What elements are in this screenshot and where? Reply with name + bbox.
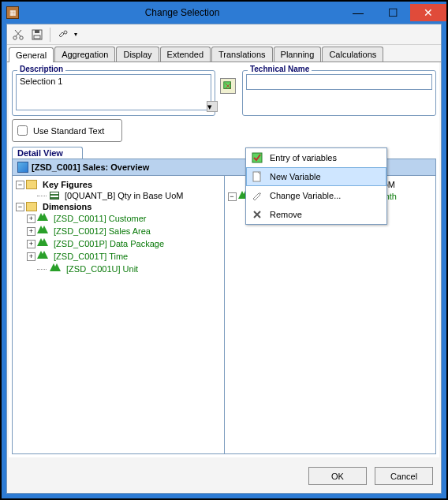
tree-item[interactable]: [ZSD_C001U] Unit — [66, 264, 138, 274]
folder-icon — [26, 180, 37, 189]
expand-icon[interactable]: − — [228, 192, 237, 201]
tab-general[interactable]: General — [9, 47, 54, 62]
folder-icon — [26, 202, 37, 211]
svg-point-7 — [64, 31, 67, 34]
entry-variables-icon — [251, 151, 263, 164]
dimension-icon — [37, 213, 48, 224]
technical-name-label: Technical Name — [248, 65, 312, 73]
tab-calculations[interactable]: Calculations — [322, 47, 383, 62]
detail-view-label: Detail View — [12, 147, 83, 159]
menu-label: Entry of variables — [270, 153, 337, 162]
keyfigure-icon — [50, 192, 59, 200]
toolbar: ▾ — [7, 24, 441, 45]
technical-name-input[interactable] — [246, 74, 432, 90]
tab-translations[interactable]: Translations — [211, 47, 273, 62]
cube-icon — [17, 162, 28, 173]
expand-icon[interactable]: + — [27, 240, 35, 248]
menu-label: Remove — [270, 210, 302, 219]
svg-line-2 — [16, 30, 21, 36]
dimension-icon — [50, 263, 61, 274]
use-standard-text-checkbox[interactable]: Use Standard Text — [12, 119, 122, 142]
maximize-button[interactable]: ☐ — [375, 4, 410, 21]
menu-label: New Variable — [270, 172, 321, 181]
use-standard-text-box[interactable] — [17, 125, 28, 136]
source-tree[interactable]: − Key Figures [0QUANT_B] Qty in Base UoM… — [13, 176, 225, 453]
tab-extended[interactable]: Extended — [160, 47, 211, 62]
tree-item[interactable]: [ZSD_C001T] Time — [54, 252, 128, 261]
tree-item[interactable]: [ZSD_C0011] Customer — [54, 214, 146, 223]
svg-point-0 — [13, 35, 17, 39]
use-standard-text-label: Use Standard Text — [33, 126, 104, 136]
svg-rect-5 — [35, 30, 39, 33]
menu-remove[interactable]: Remove — [246, 205, 386, 224]
tree-item[interactable]: [ZSD_C001P] Data Package — [54, 239, 164, 248]
dimension-icon — [37, 251, 48, 262]
remove-icon — [251, 208, 263, 221]
close-button[interactable]: ✕ — [410, 4, 446, 21]
change-variable-icon — [251, 189, 263, 202]
dimensions-node[interactable]: Dimensions — [43, 202, 91, 211]
svg-line-3 — [15, 30, 21, 36]
tab-strip: General Aggregation Display Extended Tra… — [7, 45, 441, 62]
app-icon: ▦ — [6, 6, 19, 19]
new-variable-icon — [251, 170, 263, 183]
expand-icon[interactable]: − — [16, 181, 24, 189]
cut-icon[interactable] — [10, 27, 26, 43]
titlebar[interactable]: ▦ Change Selection — ☐ ✕ — [2, 2, 446, 24]
tree-item[interactable]: [ZSD_C0012] Sales Area — [54, 226, 151, 236]
description-label: Description — [17, 65, 65, 73]
detail-view-title: [ZSD_C001] Sales: Overview — [32, 162, 149, 172]
save-icon[interactable] — [29, 27, 45, 43]
context-menu: Entry of variables New Variable Change V… — [245, 147, 387, 225]
tab-aggregation[interactable]: Aggregation — [54, 47, 115, 62]
svg-point-1 — [20, 35, 23, 39]
dimension-icon — [37, 238, 48, 249]
dimension-icon — [37, 226, 48, 237]
expand-icon[interactable]: − — [16, 203, 24, 211]
description-input[interactable] — [16, 74, 211, 110]
menu-entry-of-variables[interactable]: Entry of variables — [246, 148, 386, 167]
menu-new-variable[interactable]: New Variable — [246, 167, 386, 186]
menu-label: Change Variable... — [270, 191, 341, 200]
minimize-button[interactable]: — — [341, 4, 375, 21]
scroll-thumb-icon[interactable]: ▾ — [207, 101, 218, 112]
expand-icon[interactable]: + — [27, 252, 35, 261]
tab-display[interactable]: Display — [116, 47, 159, 62]
expand-icon[interactable]: + — [27, 215, 35, 223]
key-figures-node[interactable]: Key Figures — [43, 180, 92, 189]
window-title: Change Selection — [24, 7, 341, 18]
svg-rect-6 — [34, 35, 40, 39]
tree-item[interactable]: [0QUANT_B] Qty in Base UoM — [65, 191, 183, 200]
properties-icon[interactable] — [55, 27, 71, 43]
ok-button[interactable]: OK — [308, 467, 367, 485]
variable-dropdown-button[interactable] — [220, 78, 236, 94]
tab-planning[interactable]: Planning — [274, 47, 322, 62]
cancel-button[interactable]: Cancel — [375, 467, 433, 485]
expand-icon[interactable]: + — [27, 227, 35, 236]
menu-change-variable[interactable]: Change Variable... — [246, 186, 386, 205]
